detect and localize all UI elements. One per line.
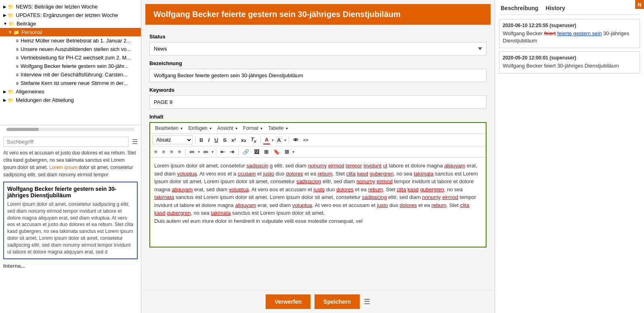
tree-item-vertriebs[interactable]: ≡Vertriebsleitung für PH-C2 wechselt zum… (0, 53, 141, 62)
status-select[interactable]: News Draft Published Archived (149, 42, 487, 55)
history-meta-1: 2020-06-10 12:25:55 (superuser) (503, 23, 636, 28)
article-title: Wolfgang Becker feierte gestern sein 30-… (145, 4, 491, 25)
subscript-button[interactable]: x₂ (239, 136, 248, 144)
search-result-snippet: At vero eos et accusam et justo duo dolo… (3, 149, 138, 178)
tree-item-beitraege[interactable]: ▼📁Beiträge (0, 19, 141, 28)
preview-button[interactable]: 👁 (292, 136, 300, 144)
keywords-label: Keywords (149, 87, 487, 93)
superscript-button[interactable]: x² (230, 136, 238, 144)
bezeichnung-input[interactable] (149, 69, 487, 82)
indent-less-button[interactable]: ⇤ (219, 148, 227, 156)
history-entry-2: 2020-05-20 12:00:01 (superuser) Wolfgang… (499, 51, 640, 73)
ordered-list-button[interactable]: ≔ (201, 148, 210, 156)
paragraph-style-select[interactable]: Absatz Überschrift 1 Überschrift 2 (153, 135, 193, 144)
tree-arrow-updates: ▶ (3, 13, 6, 17)
discard-button[interactable]: Verwerfen (266, 294, 310, 309)
clear-format-button[interactable]: Tx (249, 135, 258, 144)
editor-toolbar-format: Absatz Überschrift 1 Überschrift 2 B I U… (150, 134, 486, 146)
tree-label-vertriebs: Vertriebsleitung für PH-C2 wechselt zum … (21, 55, 131, 61)
tree-icon-personal: 📁 (13, 30, 19, 35)
link-button[interactable]: 🔗 (241, 148, 251, 156)
bookmark-button[interactable]: 🔖 (272, 148, 281, 156)
bezeichnung-label: Bezeichnung (149, 60, 487, 66)
tree-arrow-personal: ▼ (8, 30, 12, 34)
main-content: Wolfgang Becker feierte gestern sein 30-… (141, 0, 495, 313)
n-badge: N (635, 0, 644, 9)
status-label: Status (149, 34, 487, 40)
history-meta-2: 2020-05-20 12:00:01 (superuser) (503, 55, 636, 61)
editor-content[interactable]: Lorem ipsum dolor sit amet, consetetur s… (150, 158, 486, 247)
strikethrough-button[interactable]: S (221, 136, 228, 144)
menu-bearbeiten[interactable]: Bearbeiten ▾ (153, 125, 185, 132)
table2-button[interactable]: ⊞ (283, 148, 291, 156)
keywords-input[interactable] (149, 95, 487, 109)
menu-tabelle[interactable]: Tabelle ▾ (266, 125, 290, 132)
ol-arrow[interactable]: ▾ (212, 150, 214, 154)
tree-label-news-beitraege: NEWS: Beiträge der letzten Woche (16, 4, 98, 10)
menu-einfuegen[interactable]: Einfügen ▾ (186, 125, 214, 132)
tree-item-heinz[interactable]: ≡Heinz Müller neuer Betriebsrat ab 1. Ja… (0, 36, 141, 45)
ul-arrow[interactable]: ▾ (198, 150, 200, 154)
hamburger-icon[interactable]: ☰ (132, 138, 138, 146)
italic-button[interactable]: I (206, 136, 211, 144)
align-center-button[interactable]: ≡ (161, 148, 167, 156)
save-button[interactable]: Speichern (315, 294, 360, 309)
search-area: ☰ At vero eos et accusam et justo duo do… (0, 133, 141, 313)
tree-item-allgemeines[interactable]: ▶📁Allgemeines (0, 87, 141, 96)
tree-item-news-beitraege[interactable]: ▶📁NEWS: Beiträge der letzten Woche (0, 2, 141, 11)
align-right-button[interactable]: ≡ (168, 148, 175, 156)
tree-icon-allgemeines: 📁 (8, 89, 14, 95)
tab-beschreibung[interactable]: Beschreibung (499, 4, 540, 12)
tree-item-meldungen[interactable]: ▶📁Meldungen der Abteilung (0, 96, 141, 104)
tree-arrow-beitraege: ▼ (3, 21, 7, 26)
table2-arrow[interactable]: ▾ (292, 150, 294, 154)
tree-icon-news-beitraege: 📁 (8, 4, 14, 10)
toolbar-separator-5 (216, 148, 216, 156)
tree-item-wolfgang[interactable]: ≡Wolfgang Becker feierte gestern sein 30… (0, 62, 141, 70)
tree-label-stefanie: Stefanie Kern ist unsere neue Stimme in … (21, 80, 128, 86)
tree-arrow-meldungen: ▶ (3, 98, 6, 102)
search-card-body: Lorem ipsum dolor sit amet, consetetur s… (7, 201, 134, 255)
tree-label-personal: Personal (21, 29, 42, 35)
tree-item-stefanie[interactable]: ≡Stefanie Kern ist unsere neue Stimme in… (0, 79, 141, 87)
sidebar: ▶📁NEWS: Beiträge der letzten Woche▶📁UPDA… (0, 0, 141, 313)
font-color-arrow[interactable]: ▾ (272, 138, 274, 142)
bold-button[interactable]: B (198, 136, 205, 144)
tree-label-unsere: Unsere neuen Auszubildenden stellen sich… (21, 46, 131, 52)
menu-format[interactable]: Format ▾ (241, 125, 265, 132)
action-bar: Verwerfen Speichern ☰ (141, 290, 495, 313)
search-input[interactable] (3, 137, 129, 147)
history-list: 2020-06-10 12:25:55 (superuser) Wolfgang… (499, 19, 640, 77)
table-insert-button[interactable]: ⊞ (262, 148, 270, 156)
align-left-button[interactable]: ≡ (153, 148, 159, 156)
underline-button[interactable]: U (213, 136, 220, 144)
tree-label-heinz: Heinz Müller neuer Betriebsrat ab 1. Jan… (21, 38, 131, 44)
align-justify-button[interactable]: ≡ (176, 148, 183, 156)
search-result-card[interactable]: Wolfgang Becker feierte gestern sein 30-… (3, 182, 138, 259)
tree-item-interview[interactable]: ≡Interview mit der Geschäftsführung: Car… (0, 70, 141, 79)
tree-item-updates[interactable]: ▶📁UPDATES: Ergänzungen der letzten Woche (0, 11, 141, 19)
bg-color-arrow[interactable]: ▾ (284, 138, 286, 142)
history-text-1: Wolfgang Becker feiert feierte gestern s… (503, 30, 636, 44)
menu-ansicht[interactable]: Ansicht ▾ (215, 125, 240, 132)
font-color-button[interactable]: A (263, 136, 270, 144)
indent-more-button[interactable]: ⇥ (228, 148, 236, 156)
bg-color-button[interactable]: A (275, 136, 282, 144)
tree-item-personal[interactable]: ▼📁Personal (0, 28, 141, 36)
tree-icon-meldungen: 📁 (8, 97, 14, 103)
tree-navigation: ▶📁NEWS: Beiträge der letzten Woche▶📁UPDA… (0, 0, 141, 125)
tree-label-updates: UPDATES: Ergänzungen der letzten Woche (16, 12, 118, 18)
right-panel: Beschreibung History 2020-06-10 12:25:55… (495, 0, 644, 313)
unordered-list-button[interactable]: ≔ (188, 148, 196, 156)
tree-item-unsere[interactable]: ≡Unsere neuen Auszubildenden stellen sic… (0, 45, 141, 53)
history-strikethrough: feiert (544, 30, 556, 36)
tab-history[interactable]: History (544, 4, 566, 12)
history-link[interactable]: feierte gestern sein (557, 30, 602, 36)
history-text-2: Wolfgang Becker feiert 30-jähriges Diens… (503, 62, 636, 70)
right-panel-tabs: Beschreibung History (499, 4, 640, 15)
tree-icon-updates: 📁 (8, 13, 14, 18)
image-button[interactable]: 🖼 (252, 148, 261, 156)
action-menu-icon[interactable]: ☰ (364, 297, 370, 306)
tree-arrow-allgemeines: ▶ (3, 89, 6, 94)
source-button[interactable]: <> (302, 137, 310, 143)
